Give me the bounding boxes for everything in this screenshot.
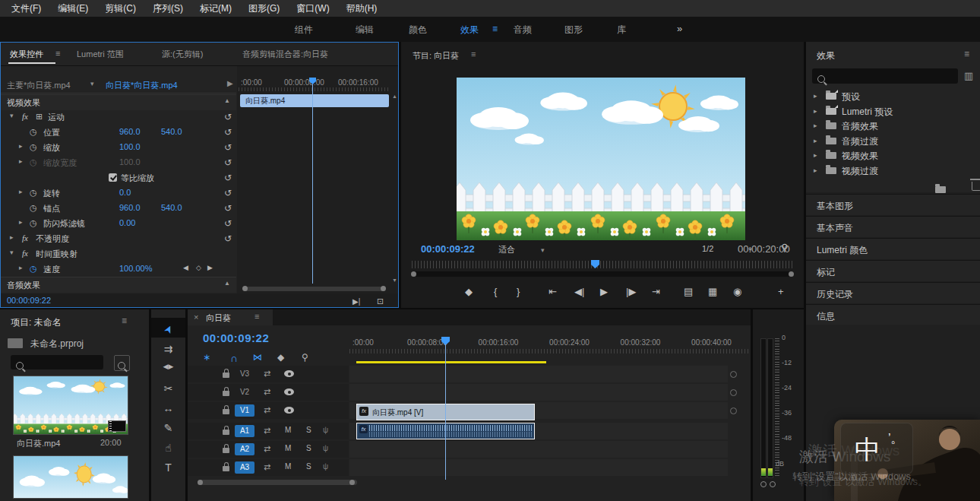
play-icon[interactable]: ▶ [600, 286, 608, 297]
sync-lock-icon[interactable]: ⇄ [264, 387, 270, 397]
voiceover-record-icon[interactable]: ψ [323, 426, 328, 434]
reset-parameter-icon[interactable]: ↺ [224, 142, 232, 153]
property-name-label[interactable]: 位置 [43, 127, 60, 138]
add-marker-icon[interactable]: ◆ [465, 286, 473, 297]
mark-in-icon[interactable]: { [494, 286, 497, 297]
panel-tab-3[interactable]: 源:(无剪辑) [162, 49, 203, 60]
program-panel-title[interactable]: 节目: 向日葵 [413, 50, 459, 62]
stopwatch-icon[interactable]: ◷ [30, 142, 37, 152]
stopwatch-icon[interactable]: ◷ [30, 203, 37, 213]
ripple-edit-tool[interactable]: ◀▶ [151, 363, 185, 370]
play-around-icon[interactable]: ▶| [352, 297, 360, 306]
chevron-icon[interactable]: ▸ [19, 264, 23, 271]
program-scrollbar[interactable] [412, 271, 793, 277]
go-to-in-icon[interactable]: ⇤ [548, 286, 557, 297]
chevron-icon[interactable]: ▾ [10, 249, 14, 256]
stopwatch-icon[interactable]: ◷ [30, 127, 37, 137]
reset-parameter-icon[interactable]: ↺ [224, 218, 232, 229]
workspace-tab-颜色[interactable]: 颜色 [409, 24, 427, 36]
panel-menu-icon[interactable]: ≡ [471, 49, 476, 59]
track-lock-icon[interactable] [223, 391, 229, 396]
track-lock-icon[interactable] [223, 466, 229, 471]
collapse-up-icon[interactable]: ▲ [224, 280, 230, 287]
mute-track-button[interactable]: M [285, 444, 291, 452]
fx-badge-icon[interactable]: fx [359, 425, 368, 433]
scrollbar-right-handle[interactable] [789, 271, 794, 277]
track-scroll-handle[interactable] [730, 371, 737, 378]
reset-parameter-icon[interactable]: ↺ [224, 127, 232, 138]
solo-indicator[interactable] [770, 481, 776, 487]
collapsed-panel-基本声音[interactable]: 基本声音 [806, 216, 980, 237]
hand-tool[interactable]: ☝ [151, 442, 185, 454]
button-editor-icon[interactable]: + [778, 286, 784, 297]
mute-track-button[interactable]: M [285, 426, 291, 434]
property-name-label[interactable]: 防闪烁滤镜 [43, 218, 85, 230]
export-frame-icon[interactable]: ⊡ [377, 296, 384, 306]
reset-parameter-icon[interactable]: ↺ [224, 173, 232, 183]
reset-parameter-icon[interactable]: ↺ [224, 112, 232, 122]
scrollbar-right-handle[interactable] [381, 286, 386, 291]
property-value[interactable]: 100.0 [119, 142, 141, 151]
track-lane-V3[interactable] [349, 366, 728, 382]
mark-out-icon[interactable]: } [517, 286, 520, 297]
add-keyframe-icon[interactable]: ◇ [196, 264, 201, 271]
property-name-label[interactable]: 缩放宽度 [43, 157, 77, 169]
project-file-name[interactable]: 未命名.prproj [30, 338, 84, 350]
slip-tool[interactable]: ↔ [151, 402, 185, 414]
property-name-label[interactable]: 锚点 [43, 203, 60, 214]
nest-insert-icon[interactable]: ∗ [203, 352, 210, 363]
panel-tab-1[interactable]: 效果控件 [10, 49, 43, 60]
track-lock-icon[interactable] [223, 373, 229, 378]
collapse-up-icon[interactable]: ▲ [224, 97, 230, 104]
timeline-timecode[interactable]: 00:00:09:22 [203, 331, 269, 344]
panel-tab-4[interactable]: 音频剪辑混合器:向日葵 [242, 49, 328, 60]
track-scroll-handle[interactable] [730, 389, 737, 396]
property-value[interactable]: 0.0 [119, 188, 131, 197]
mini-ruler-ticks[interactable] [239, 87, 389, 91]
menu-item-8[interactable]: 帮助(H) [341, 2, 389, 15]
effect-controls-timecode[interactable]: 00:00:09:22 [7, 296, 51, 305]
scrollbar-left-handle[interactable] [242, 286, 248, 291]
pen-tool[interactable]: ✎ [151, 422, 185, 434]
timeline-view-toggle-icon[interactable]: ▶ [227, 79, 233, 87]
chevron-right-icon[interactable]: ▸ [814, 137, 817, 144]
property-value[interactable]: 960.0 [119, 203, 141, 212]
sync-lock-icon[interactable]: ⇄ [264, 426, 270, 436]
track-lane-A2[interactable] [349, 441, 728, 458]
scroll-up-icon[interactable]: ▲ [392, 94, 397, 99]
fx-icon[interactable]: fx [22, 249, 28, 258]
property-name-label[interactable]: 速度 [43, 264, 60, 275]
scroll-down-icon[interactable]: ▼ [392, 277, 397, 283]
go-to-out-icon[interactable]: ⇥ [652, 286, 660, 297]
mini-h-scrollbar[interactable] [243, 287, 384, 291]
find-button[interactable] [114, 355, 130, 371]
effects-bin-视频效果[interactable]: ▸视频效果 [806, 148, 980, 163]
solo-indicator[interactable] [760, 481, 767, 487]
close-icon[interactable]: × [194, 312, 198, 322]
track-target-V3[interactable]: V3 [235, 368, 254, 380]
zoom-level-select[interactable]: 适合▾ [498, 244, 545, 255]
step-back-icon[interactable]: ◀| [574, 286, 584, 297]
property-name-label[interactable]: 缩放 [43, 142, 60, 154]
track-lane-V2[interactable] [349, 384, 728, 401]
chevron-down-icon[interactable]: ▾ [90, 80, 94, 87]
effect-name-label[interactable]: 不透明度 [36, 233, 69, 245]
workspace-tab-图形[interactable]: 图形 [564, 24, 583, 36]
project-panel-title[interactable]: 项目: 未命名 [11, 316, 62, 329]
uniform-scale-checkbox[interactable] [109, 173, 117, 182]
track-target-A1[interactable]: A1 [235, 425, 254, 437]
extract-icon[interactable]: ▦ [708, 286, 717, 297]
collapsed-panel-Lumetri 颜色[interactable]: Lumetri 颜色 [806, 238, 980, 259]
scrollbar-left-handle[interactable] [411, 271, 416, 277]
panel-menu-icon[interactable]: ≡ [122, 316, 127, 326]
effects-bin-视频过渡[interactable]: ▸视频过渡 [806, 163, 980, 178]
snap-icon[interactable]: ∩ [230, 352, 238, 364]
toggle-track-output-icon[interactable] [284, 388, 294, 395]
collapsed-panel-标记[interactable]: 标记 [806, 260, 980, 281]
chevron-right-icon[interactable]: ▸ [814, 151, 817, 159]
collapsed-panel-历史记录[interactable]: 历史记录 [806, 282, 980, 303]
property-value[interactable]: 540.0 [161, 127, 182, 136]
chevron-icon[interactable]: ▸ [19, 218, 23, 226]
workspace-tab-menu-icon[interactable]: ≡ [492, 24, 498, 34]
chevron-right-icon[interactable]: ▸ [814, 92, 817, 100]
